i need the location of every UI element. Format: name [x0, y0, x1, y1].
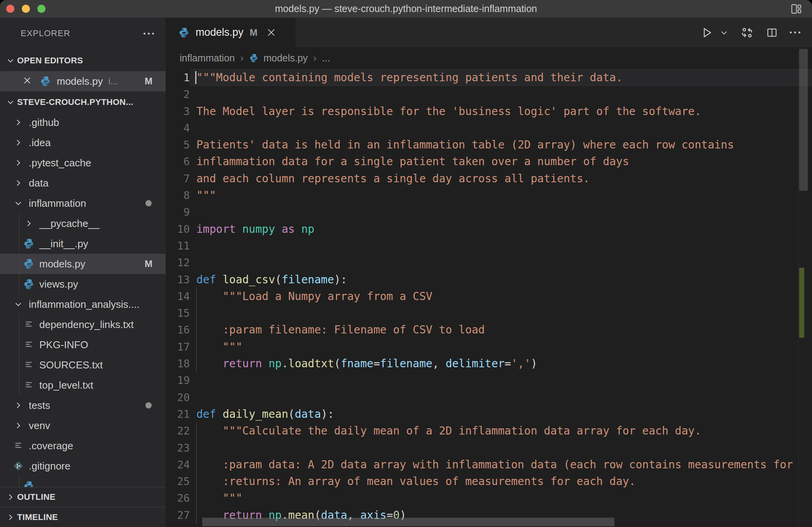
code-line-1[interactable]: 1"""Module containing models representin…	[166, 69, 812, 86]
tree-item-inflammation_analysis....[interactable]: inflammation_analysis....	[0, 294, 166, 314]
chevron-right-icon	[4, 513, 17, 522]
indent-guide	[19, 234, 19, 254]
line-content[interactable]: :param filename: Filename of CSV to load	[190, 321, 812, 338]
tree-item-inflammation[interactable]: inflammation	[0, 193, 166, 213]
code-line-5[interactable]: 5Patients' data is held in an inflammati…	[166, 136, 812, 153]
tree-item-tests[interactable]: tests	[0, 395, 166, 415]
code-line-23[interactable]: 23	[166, 440, 812, 456]
outline-label: OUTLINE	[17, 492, 56, 502]
synchronize-changes-icon[interactable]	[740, 26, 754, 40]
tree-item-models.py[interactable]: models.pyM	[0, 254, 166, 274]
code-line-8[interactable]: 8"""	[166, 187, 812, 204]
breadcrumb-symbol[interactable]: ...	[322, 52, 330, 64]
line-content[interactable]: return np.loadtxt(fname=filename, delimi…	[190, 355, 812, 372]
tree-item-__pycache__[interactable]: __pycache__	[0, 213, 166, 234]
code-line-22[interactable]: 22 """Calculate the daily mean of a 2D i…	[166, 422, 812, 439]
line-content[interactable]: """	[190, 490, 812, 506]
code-line-13[interactable]: 13def load_csv(filename):	[166, 271, 812, 288]
run-dropdown-chevron-icon[interactable]	[720, 28, 728, 37]
code-line-15[interactable]: 15	[166, 305, 812, 321]
code-line-4[interactable]: 4	[166, 120, 812, 136]
line-content[interactable]: """	[190, 339, 812, 355]
line-content[interactable]: inflammation data for a single patient t…	[190, 153, 812, 170]
tree-item-SOURCES.txt[interactable]: SOURCES.txt	[0, 355, 166, 375]
tree-item-dependency_links.txt[interactable]: dependency_links.txt	[0, 314, 166, 335]
open-editor-item-models-py[interactable]: models.py i... M	[0, 71, 166, 91]
tab-close-icon[interactable]	[266, 27, 276, 38]
line-content[interactable]	[190, 305, 812, 321]
line-content[interactable]: import numpy as np	[190, 221, 812, 237]
tree-item-.pytest_cache[interactable]: .pytest_cache	[0, 153, 166, 173]
code-line-6[interactable]: 6inflammation data for a single patient …	[166, 153, 812, 170]
line-content[interactable]: """Module containing models representing…	[190, 69, 812, 86]
code-line-7[interactable]: 7and each column represents a single day…	[166, 170, 812, 187]
code-line-16[interactable]: 16 :param filename: Filename of CSV to l…	[166, 321, 812, 338]
tree-item-__init__.py[interactable]: __init__.py	[0, 234, 166, 254]
timeline-section[interactable]: TIMELINE	[0, 507, 166, 527]
code-line-3[interactable]: 3The Model layer is responsible for the …	[166, 103, 812, 120]
line-content[interactable]: """Calculate the daily mean of a 2D infl…	[190, 422, 812, 439]
explorer-more-actions-icon[interactable]	[144, 33, 154, 35]
line-content[interactable]	[190, 120, 812, 136]
workspace-section[interactable]: STEVE-CROUCH.PYTHON...	[4, 92, 166, 112]
breadcrumb-file[interactable]: models.py	[263, 52, 308, 64]
outline-section[interactable]: OUTLINE	[0, 487, 166, 507]
tab-modified-badge: M	[250, 27, 257, 38]
code-area[interactable]: 1"""Module containing models representin…	[166, 69, 812, 527]
code-line-10[interactable]: 10import numpy as np	[166, 221, 812, 237]
line-content[interactable]: Patients' data is held in an inflammatio…	[190, 136, 812, 153]
window-layout-icon[interactable]	[790, 3, 802, 14]
breadcrumb-folder[interactable]: inflammation	[180, 52, 235, 64]
line-content[interactable]	[190, 372, 812, 389]
more-actions-icon[interactable]	[790, 31, 800, 33]
code-line-21[interactable]: 21def daily_mean(data):	[166, 406, 812, 422]
minimize-window-button[interactable]	[22, 5, 30, 13]
tree-item-venv[interactable]: venv	[0, 415, 166, 436]
modified-badge: M	[145, 258, 152, 269]
code-line-24[interactable]: 24 :param data: A 2D data array with inf…	[166, 456, 812, 473]
run-button[interactable]	[700, 26, 714, 39]
tree-item-.gitignore[interactable]: .gitignore	[0, 456, 166, 476]
line-content[interactable]	[190, 440, 812, 456]
split-editor-icon[interactable]	[766, 26, 778, 39]
open-editors-section[interactable]: OPEN EDITORS	[4, 51, 166, 70]
tab-models-py[interactable]: models.py M	[166, 18, 296, 47]
tree-item-PKG-INFO[interactable]: PKG-INFO	[0, 335, 166, 355]
line-content[interactable]: :param data: A 2D data array with inflam…	[190, 456, 812, 473]
line-content[interactable]: :returns: An array of mean values of mea…	[190, 473, 812, 490]
code-line-20[interactable]: 20	[166, 389, 812, 406]
line-content[interactable]: and each column represents a single day …	[190, 170, 812, 187]
close-window-button[interactable]	[6, 5, 14, 13]
line-content[interactable]: """	[190, 187, 812, 204]
code-line-2[interactable]: 2	[166, 86, 812, 103]
tree-item-data[interactable]: data	[0, 173, 166, 193]
line-content[interactable]: """Load a Numpy array from a CSV	[190, 288, 812, 305]
zoom-window-button[interactable]	[37, 5, 46, 13]
tree-item-.idea[interactable]: .idea	[0, 133, 166, 153]
line-content[interactable]: The Model layer is responsible for the '…	[190, 103, 812, 120]
tree-item-.coverage[interactable]: .coverage	[0, 436, 166, 456]
line-content[interactable]: def load_csv(filename):	[190, 271, 812, 288]
code-line-25[interactable]: 25 :returns: An array of mean values of …	[166, 473, 812, 490]
line-content[interactable]	[190, 254, 812, 271]
code-line-12[interactable]: 12	[166, 254, 812, 271]
tree-item-top_level.txt[interactable]: top_level.txt	[0, 375, 166, 395]
line-content[interactable]	[190, 86, 812, 103]
line-content[interactable]: def daily_mean(data):	[190, 406, 812, 422]
vertical-scrollbar[interactable]	[799, 49, 808, 191]
code-line-26[interactable]: 26 """	[166, 490, 812, 506]
code-line-17[interactable]: 17 """	[166, 339, 812, 355]
line-content[interactable]	[190, 389, 812, 406]
line-content[interactable]	[190, 237, 812, 254]
line-content[interactable]	[190, 204, 812, 220]
file-icon	[22, 360, 35, 370]
code-line-11[interactable]: 11	[166, 237, 812, 254]
code-line-19[interactable]: 19	[166, 372, 812, 389]
tree-item-.github[interactable]: .github	[0, 112, 166, 133]
close-editor-icon[interactable]	[23, 76, 32, 87]
code-line-14[interactable]: 14 """Load a Numpy array from a CSV	[166, 288, 812, 305]
code-line-18[interactable]: 18 return np.loadtxt(fname=filename, del…	[166, 355, 812, 372]
code-line-9[interactable]: 9	[166, 204, 812, 220]
tree-item-views.py[interactable]: views.py	[0, 274, 166, 294]
horizontal-scrollbar[interactable]	[202, 518, 614, 526]
